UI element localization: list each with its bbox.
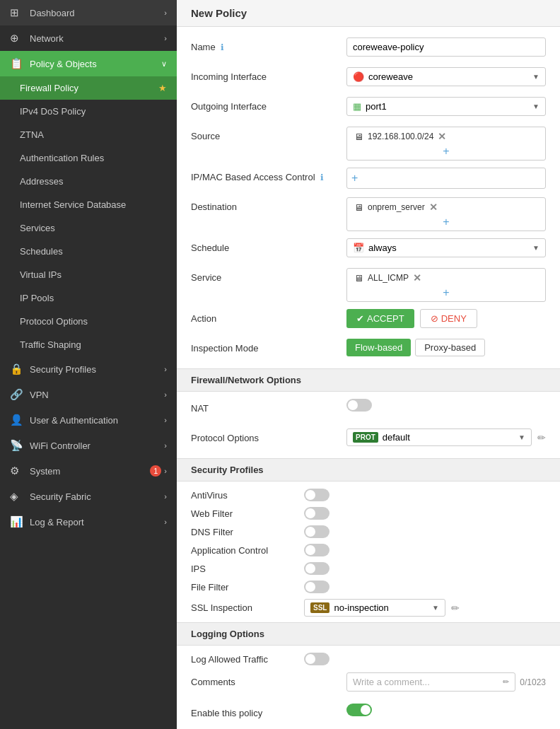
proxy-based-button[interactable]: Proxy-based [415,339,485,356]
sidebar-item-addresses[interactable]: Addresses [0,170,177,193]
sidebar-item-vpn[interactable]: 🔗 VPN › [0,382,177,407]
destination-input[interactable]: 🖥 onprem_server ✕ + [346,197,546,231]
schedule-row: Schedule 📅 always ▼ [191,238,546,261]
nat-toggle[interactable] [346,399,372,412]
chevron-right-icon: › [164,492,167,501]
sidebar-item-label: User & Authentication [30,415,164,426]
sidebar-item-services[interactable]: Services [0,216,177,240]
star-icon: ★ [158,83,167,93]
sidebar-item-protocol-options[interactable]: Protocol Options [0,310,177,333]
sidebar-item-log-report[interactable]: 📊 Log & Report › [0,509,177,535]
sidebar-item-label: Virtual IPs [20,269,167,280]
sidebar-item-label: Firewall Policy [20,83,158,93]
source-tag-remove[interactable]: ✕ [438,131,446,142]
flow-based-button[interactable]: Flow-based [346,339,411,356]
comments-placeholder: Write a comment... [353,677,430,687]
name-label: Name [191,42,216,52]
app-control-toggle[interactable] [304,544,329,556]
destination-tag-remove[interactable]: ✕ [429,202,438,213]
outgoing-interface-select[interactable]: ▦ port1 ▼ [346,97,546,116]
service-input[interactable]: 🖥 ALL_ICMP ✕ + [346,268,546,302]
protocol-options-value: default [383,432,410,443]
sidebar-item-firewall-policy[interactable]: Firewall Policy ★ [0,76,177,100]
inspection-mode-label: Inspection Mode [191,339,346,354]
source-input[interactable]: 🖥 192.168.100.0/24 ✕ + [346,127,546,161]
destination-tag-icon: 🖥 [354,202,363,213]
inspection-mode-buttons: Flow-based Proxy-based [346,339,546,356]
schedule-icon: 📅 [353,243,364,253]
web-filter-toggle[interactable] [304,507,329,520]
chevron-right-icon: › [164,467,167,475]
ips-row: IPS [191,562,546,575]
protocol-edit-icon[interactable]: ✏ [537,432,546,443]
nat-row: NAT [191,399,546,421]
schedule-select[interactable]: 📅 always ▼ [346,238,546,257]
policy-icon: 📋 [10,57,24,70]
sidebar-item-label: ZTNA [20,129,167,140]
sidebar-item-label: Policy & Objects [30,59,161,69]
file-filter-toggle[interactable] [304,581,329,593]
sidebar-item-security-profiles[interactable]: 🔒 Security Profiles › [0,356,177,382]
dns-filter-toggle[interactable] [304,525,329,538]
incoming-interface-icon: 🔴 [353,71,364,82]
name-input[interactable] [346,37,546,57]
chevron-right-icon: › [164,365,167,373]
sidebar-item-policy-objects[interactable]: 📋 Policy & Objects ∨ [0,51,177,76]
destination-add-button[interactable]: + [443,216,449,228]
sidebar-item-network[interactable]: ⊕ Network › [0,25,177,51]
protocol-options-row: Protocol Options PROT default ▼ ✏ [191,428,546,451]
sidebar-item-ipv4-dos[interactable]: IPv4 DoS Policy [0,100,177,123]
sidebar-item-user-auth[interactable]: 👤 User & Authentication › [0,407,177,433]
dropdown-arrow-icon: ▼ [532,244,539,252]
incoming-interface-row: Incoming Interface 🔴 coreweave ▼ [191,67,546,90]
file-filter-row: File Filter [191,581,546,593]
sidebar-item-label: IP Pools [20,293,167,303]
incoming-interface-value: coreweave [368,71,413,82]
enable-policy-toggle[interactable] [346,704,372,716]
sidebar-item-label: Internet Service Database [20,199,167,210]
sidebar-item-dashboard[interactable]: ⊞ Dashboard › [0,0,177,25]
ipmac-row: IP/MAC Based Access Control ℹ + [191,168,546,190]
deny-button[interactable]: ⊘ DENY [420,309,477,328]
destination-tag-value: onprem_server [368,202,425,212]
antivirus-toggle[interactable] [304,489,329,501]
sidebar-item-ip-pools[interactable]: IP Pools [0,286,177,310]
web-filter-label: Web Filter [191,508,304,519]
sidebar-item-wifi[interactable]: 📡 WiFi Controller › [0,433,177,458]
sidebar-item-schedules[interactable]: Schedules [0,240,177,263]
incoming-interface-select[interactable]: 🔴 coreweave ▼ [346,67,546,86]
service-tag-remove[interactable]: ✕ [413,272,421,284]
dns-filter-label: DNS Filter [191,527,304,537]
chevron-right-icon: › [164,518,167,526]
ssl-inspection-value: no-inspection [334,602,388,613]
protocol-options-select[interactable]: PROT default ▼ [346,428,532,446]
chevron-right-icon: › [164,390,167,399]
ips-toggle[interactable] [304,562,329,575]
sidebar-item-system[interactable]: ⚙ System 1 › [0,458,177,484]
ssl-inspection-select[interactable]: SSL no-inspection ▼ [304,599,445,617]
ipmac-add-button[interactable]: + [351,173,358,184]
name-row: Name ℹ [191,37,546,60]
sidebar-item-label: Services [20,223,167,233]
sidebar-item-ztna[interactable]: ZTNA [0,123,177,146]
log-allowed-label: Log Allowed Traffic [191,654,304,665]
sidebar-item-auth-rules[interactable]: Authentication Rules [0,146,177,170]
dropdown-arrow-icon: ▼ [532,103,539,110]
sidebar-item-virtual-ips[interactable]: Virtual IPs [0,263,177,286]
dns-filter-row: DNS Filter [191,525,546,538]
service-add-button[interactable]: + [443,286,449,298]
chevron-down-icon: ∨ [161,59,167,69]
chevron-right-icon: › [164,34,167,42]
dropdown-arrow-icon: ▼ [532,73,539,81]
antivirus-row: AntiVirus [191,489,546,501]
ipmac-input[interactable]: + [346,168,546,189]
source-add-button[interactable]: + [443,145,449,157]
source-row: Source 🖥 192.168.100.0/24 ✕ + [191,127,546,161]
sidebar-item-traffic-shaping[interactable]: Traffic Shaping [0,333,177,356]
sidebar-item-internet-service-db[interactable]: Internet Service Database [0,193,177,216]
accept-button[interactable]: ✔ ACCEPT [346,309,414,328]
sidebar-item-security-fabric[interactable]: ◈ Security Fabric › [0,484,177,509]
sidebar-item-label: System [30,466,150,477]
log-allowed-toggle[interactable] [304,653,329,665]
ssl-edit-icon[interactable]: ✏ [451,602,460,614]
